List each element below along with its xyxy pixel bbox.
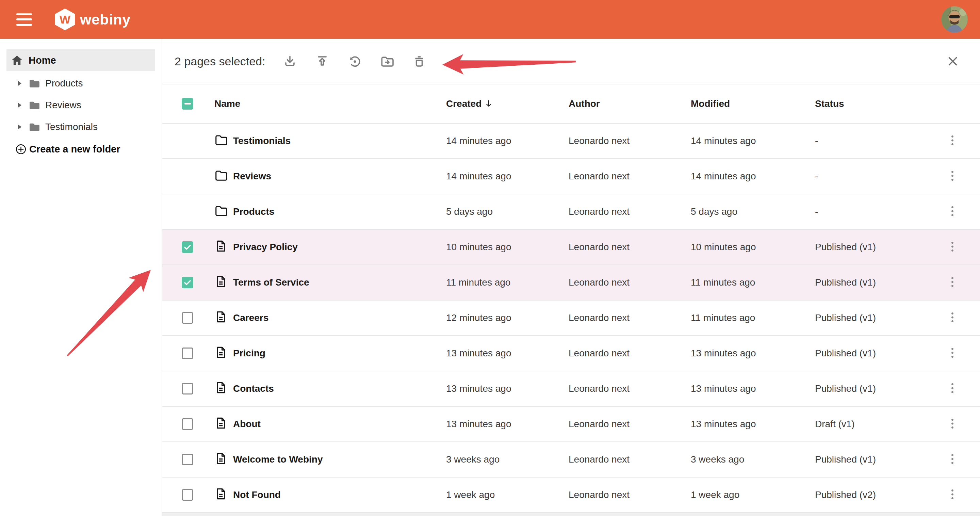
row-created: 13 minutes ago: [446, 348, 569, 359]
row-actions-menu-button[interactable]: [945, 239, 959, 256]
delete-icon: [412, 54, 426, 68]
user-avatar[interactable]: [941, 6, 968, 33]
app-bar: W webiny: [0, 0, 980, 39]
row-name[interactable]: Privacy Policy: [233, 242, 446, 253]
row-name[interactable]: Testimonials: [233, 135, 446, 147]
page-icon: [215, 275, 227, 288]
table-row[interactable]: Not Found 1 week ago Leonardo next 1 wee…: [162, 478, 980, 513]
table-row[interactable]: About 13 minutes ago Leonardo next 13 mi…: [162, 407, 980, 442]
table-row[interactable]: Pricing 13 minutes ago Leonardo next 13 …: [162, 336, 980, 371]
row-name[interactable]: Terms of Service: [233, 277, 446, 288]
row-checkbox[interactable]: [182, 347, 193, 359]
row-author: Leonardo next: [569, 242, 691, 253]
kebab-menu-icon: [950, 205, 955, 218]
row-checkbox[interactable]: [182, 383, 193, 395]
caret-right-icon[interactable]: [18, 124, 21, 130]
row-author: Leonardo next: [569, 135, 691, 147]
row-name[interactable]: Careers: [233, 312, 446, 323]
row-name[interactable]: Welcome to Webiny: [233, 454, 446, 465]
row-checkbox[interactable]: [182, 277, 193, 288]
row-checkbox[interactable]: [182, 418, 193, 430]
hamburger-menu-button[interactable]: [16, 13, 32, 26]
sidebar-item-home[interactable]: Home: [6, 49, 155, 71]
download-button[interactable]: [280, 52, 300, 71]
row-checkbox[interactable]: [182, 454, 193, 465]
column-header-name[interactable]: Name: [215, 98, 446, 109]
row-created: 3 weeks ago: [446, 454, 569, 465]
kebab-menu-icon: [950, 311, 955, 324]
row-name[interactable]: Not Found: [233, 489, 446, 500]
table-row[interactable]: Reviews 14 minutes ago Leonardo next 14 …: [162, 159, 980, 194]
row-checkbox[interactable]: [182, 312, 193, 324]
folder-icon: [27, 100, 41, 111]
row-actions-menu-button[interactable]: [945, 309, 959, 327]
row-created: 14 minutes ago: [446, 135, 569, 147]
restore-button[interactable]: [345, 52, 364, 71]
row-status: Published (v2): [815, 489, 937, 500]
avatar-photo: [941, 6, 968, 33]
sidebar-item-reviews[interactable]: Reviews: [0, 94, 162, 116]
row-name[interactable]: Products: [233, 206, 446, 217]
row-created: 5 days ago: [446, 206, 569, 217]
row-name[interactable]: Pricing: [233, 348, 446, 359]
row-actions-menu-button[interactable]: [945, 486, 959, 504]
row-author: Leonardo next: [569, 454, 691, 465]
select-all-checkbox[interactable]: [182, 98, 193, 110]
column-header-modified[interactable]: Modified: [691, 98, 815, 109]
row-checkbox[interactable]: [182, 241, 193, 253]
row-actions-menu-button[interactable]: [945, 451, 959, 468]
row-actions-menu-button[interactable]: [945, 168, 959, 185]
delete-button[interactable]: [410, 52, 429, 71]
column-header-author[interactable]: Author: [569, 98, 691, 109]
table-header-row: Name Created Author Modified Status: [162, 84, 980, 124]
table-row[interactable]: Terms of Service 11 minutes ago Leonardo…: [162, 265, 980, 301]
caret-right-icon[interactable]: [18, 81, 21, 86]
sidebar-item-products[interactable]: Products: [0, 73, 162, 94]
folder-icon: [215, 169, 227, 182]
row-status: Published (v1): [815, 242, 937, 253]
create-folder-button[interactable]: Create a new folder: [0, 143, 123, 155]
folder-icon: [215, 204, 227, 217]
row-created: 1 week ago: [446, 489, 569, 500]
close-selection-button[interactable]: [943, 52, 962, 71]
column-header-status[interactable]: Status: [815, 98, 937, 109]
row-modified: 14 minutes ago: [691, 171, 815, 182]
row-created: 11 minutes ago: [446, 277, 569, 288]
move-to-folder-icon: [380, 54, 394, 68]
sidebar-item-testimonials[interactable]: Testimonials: [0, 116, 162, 138]
table-row[interactable]: Testimonials 14 minutes ago Leonardo nex…: [162, 124, 980, 159]
row-status: -: [815, 206, 937, 217]
row-name[interactable]: Reviews: [233, 171, 446, 182]
hamburger-icon: [16, 13, 32, 15]
kebab-menu-icon: [950, 170, 955, 182]
row-name[interactable]: Contacts: [233, 383, 446, 394]
row-name[interactable]: About: [233, 419, 446, 430]
publish-button[interactable]: [313, 52, 332, 71]
caret-right-icon[interactable]: [18, 102, 21, 108]
row-actions-menu-button[interactable]: [945, 203, 959, 221]
create-folder-label: Create a new folder: [29, 143, 121, 155]
row-checkbox[interactable]: [182, 489, 193, 501]
kebab-menu-icon: [950, 240, 955, 253]
row-actions-menu-button[interactable]: [945, 132, 959, 150]
table-row[interactable]: Contacts 13 minutes ago Leonardo next 13…: [162, 371, 980, 407]
close-icon: [948, 56, 958, 66]
row-modified: 11 minutes ago: [691, 277, 815, 288]
row-actions-menu-button[interactable]: [945, 274, 959, 291]
table-row[interactable]: Careers 12 minutes ago Leonardo next 11 …: [162, 301, 980, 336]
row-actions-menu-button[interactable]: [945, 345, 959, 362]
selection-actions: [280, 52, 429, 71]
move-to-folder-button[interactable]: [377, 52, 397, 71]
row-created: 10 minutes ago: [446, 242, 569, 253]
row-modified: 10 minutes ago: [691, 242, 815, 253]
table-row[interactable]: Welcome to Webiny 3 weeks ago Leonardo n…: [162, 442, 980, 478]
webiny-logo: W webiny: [55, 8, 130, 30]
row-actions-menu-button[interactable]: [945, 380, 959, 398]
table-row[interactable]: Products 5 days ago Leonardo next 5 days…: [162, 194, 980, 230]
home-icon: [11, 55, 23, 65]
kebab-menu-icon: [950, 276, 955, 288]
row-actions-menu-button[interactable]: [945, 416, 959, 433]
column-header-created[interactable]: Created: [446, 98, 569, 109]
table-row[interactable]: Privacy Policy 10 minutes ago Leonardo n…: [162, 230, 980, 265]
row-status: Draft (v1): [815, 419, 937, 430]
